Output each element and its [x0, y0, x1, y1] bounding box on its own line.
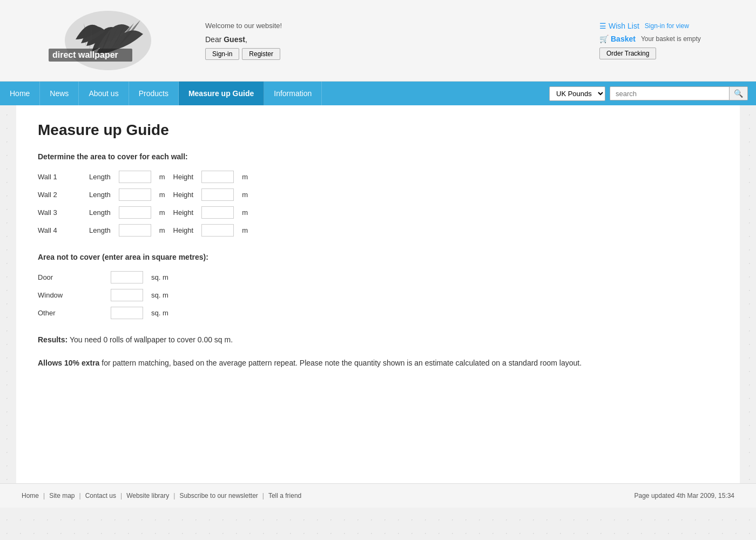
m-unit-2: m	[159, 191, 165, 199]
wishlist-signin-link[interactable]: Sign-in for view	[645, 22, 689, 30]
door-label: Door	[38, 273, 103, 281]
order-tracking-button[interactable]: Order Tracking	[599, 48, 656, 59]
wall-row-1: Wall 1 Length m Height m	[38, 171, 718, 183]
window-input[interactable]	[111, 289, 143, 301]
footer-sep-4: |	[173, 492, 175, 500]
page-title: Measure up Guide	[38, 122, 718, 139]
basket-status: Your basket is empty	[641, 35, 701, 43]
results-value: You need 0 rolls of wallpaper to cover 0…	[70, 335, 233, 344]
other-input[interactable]	[111, 307, 143, 319]
walls-heading: Determine the area to cover for each wal…	[38, 152, 718, 161]
m-unit-1b: m	[242, 173, 248, 181]
basket-link[interactable]: 🛒 Basket	[599, 35, 636, 43]
main-content: Measure up Guide Determine the area to c…	[16, 105, 740, 483]
m-unit-3: m	[159, 208, 165, 217]
area-row-window: Window sq. m	[38, 289, 718, 301]
results-text: Results: You need 0 rolls of wallpaper t…	[38, 335, 718, 344]
other-unit: sq. m	[151, 309, 168, 317]
dear-label: Dear	[205, 35, 224, 44]
search-input[interactable]	[610, 87, 729, 100]
wall-3-label: Wall 3	[38, 208, 81, 217]
door-unit: sq. m	[151, 273, 168, 281]
sign-buttons: Sign-in Register	[205, 48, 567, 60]
height-label-1: Height	[173, 173, 194, 181]
wall-4-label: Wall 4	[38, 226, 81, 234]
wall-1-length-input[interactable]	[119, 171, 151, 183]
wishlist-link[interactable]: ☰ Wish List	[599, 22, 639, 30]
footer-sep-1: |	[43, 492, 45, 500]
register-button[interactable]: Register	[242, 48, 280, 60]
basket-area: 🛒 Basket Your basket is empty	[599, 35, 734, 43]
other-label: Other	[38, 309, 103, 317]
area-row-door: Door sq. m	[38, 271, 718, 284]
footer-link-home[interactable]: Home	[22, 492, 39, 500]
wall-1-height-input[interactable]	[201, 171, 234, 183]
nav-item-information[interactable]: Information	[264, 82, 322, 105]
welcome-text: Welcome to our website!	[205, 22, 567, 30]
footer-link-friend[interactable]: Tell a friend	[268, 492, 301, 500]
wall-1-label: Wall 1	[38, 173, 81, 181]
nav-item-home[interactable]: Home	[0, 82, 40, 105]
length-label-1: Length	[89, 173, 111, 181]
wishlist-label: Wish List	[609, 22, 639, 30]
footer: Home | Site map | Contact us | Website l…	[0, 483, 756, 508]
wall-3-height-input[interactable]	[201, 206, 234, 219]
footer-sep-5: |	[262, 492, 264, 500]
header-right: ☰ Wish List Sign-in for view 🛒 Basket Yo…	[599, 22, 734, 59]
window-unit: sq. m	[151, 291, 168, 299]
wall-4-length-input[interactable]	[119, 224, 151, 237]
currency-select[interactable]: UK Pounds US Dollars Euros	[549, 86, 605, 101]
m-unit-2b: m	[242, 191, 248, 199]
m-unit-1: m	[159, 173, 165, 181]
nav-right: UK Pounds US Dollars Euros 🔍	[541, 86, 756, 101]
search-button[interactable]: 🔍	[729, 87, 747, 100]
logo-image: direct wallpaper direct wallpaper	[22, 8, 167, 73]
sign-in-button[interactable]: Sign-in	[205, 48, 239, 60]
footer-link-sitemap[interactable]: Site map	[49, 492, 75, 500]
footer-link-newsletter[interactable]: Subscribe to our newsletter	[179, 492, 258, 500]
wall-row-2: Wall 2 Length m Height m	[38, 188, 718, 201]
results-section: Results: You need 0 rolls of wallpaper t…	[38, 335, 718, 344]
walls-section: Determine the area to cover for each wal…	[38, 152, 718, 237]
nav-item-news[interactable]: News	[40, 82, 79, 105]
extra-note: Allows 10% extra for pattern matching, b…	[38, 357, 718, 369]
nav-item-products[interactable]: Products	[129, 82, 179, 105]
footer-updated: Page updated 4th Mar 2009, 15:34	[634, 492, 734, 500]
header-middle: Welcome to our website! Dear Guest, Sign…	[205, 22, 567, 60]
length-label-3: Length	[89, 208, 111, 217]
height-label-4: Height	[173, 226, 194, 234]
wall-3-length-input[interactable]	[119, 206, 151, 219]
wall-2-label: Wall 2	[38, 191, 81, 199]
results-label: Results:	[38, 335, 68, 344]
wall-row-4: Wall 4 Length m Height m	[38, 224, 718, 237]
header: direct wallpaper direct wallpaper Welcom…	[0, 0, 756, 82]
guest-name: Guest	[224, 35, 245, 44]
nav-bar: Home News About us Products Measure up G…	[0, 82, 756, 105]
footer-link-library[interactable]: Website library	[126, 492, 169, 500]
height-label-2: Height	[173, 191, 194, 199]
wall-4-height-input[interactable]	[201, 224, 234, 237]
extra-rest: for pattern matching, based on the avera…	[99, 359, 582, 367]
m-unit-4b: m	[242, 226, 248, 234]
area-heading: Area not to cover (enter area in square …	[38, 253, 718, 261]
length-label-2: Length	[89, 191, 111, 199]
nav-items: Home News About us Products Measure up G…	[0, 82, 541, 105]
dear-guest-label: Dear Guest,	[205, 35, 567, 44]
wall-row-3: Wall 3 Length m Height m	[38, 206, 718, 219]
search-container: 🔍	[610, 86, 748, 100]
wall-2-height-input[interactable]	[201, 188, 234, 201]
window-label: Window	[38, 291, 103, 299]
extra-bold: Allows 10% extra	[38, 359, 99, 367]
logo-area: direct wallpaper direct wallpaper	[22, 8, 173, 73]
area-row-other: Other sq. m	[38, 307, 718, 319]
list-icon: ☰	[599, 22, 606, 30]
footer-sep-3: |	[120, 492, 122, 500]
wall-2-length-input[interactable]	[119, 188, 151, 201]
nav-item-about[interactable]: About us	[79, 82, 129, 105]
footer-link-contact[interactable]: Contact us	[85, 492, 116, 500]
footer-sep-2: |	[79, 492, 81, 500]
nav-item-measure[interactable]: Measure up Guide	[179, 82, 264, 105]
door-input[interactable]	[111, 271, 143, 284]
svg-text:direct wallpaper: direct wallpaper	[52, 50, 118, 59]
footer-links: Home | Site map | Contact us | Website l…	[22, 492, 301, 500]
